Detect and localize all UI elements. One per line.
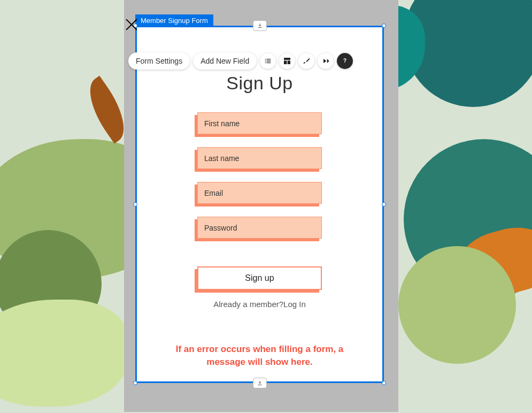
resize-handle-r[interactable]: [382, 202, 386, 206]
resize-handle-tr[interactable]: [382, 24, 386, 28]
submit-button-wrap: Sign up: [197, 266, 322, 290]
list-icon: [264, 57, 272, 65]
add-section-above-button[interactable]: [253, 20, 267, 31]
email-input[interactable]: [197, 182, 322, 204]
help-icon: ?: [341, 57, 349, 65]
manage-fields-button[interactable]: [260, 53, 276, 69]
download-icon: [257, 380, 263, 386]
last-name-input[interactable]: [197, 147, 322, 169]
already-member-row: Already a member?Log In: [213, 300, 306, 309]
selection-frame[interactable]: Member Signup Form Sign Up Sign up Alrea…: [135, 26, 384, 383]
help-button[interactable]: ?: [337, 53, 353, 69]
email-field-wrap: [197, 182, 322, 204]
already-member-text: Already a member?: [213, 300, 283, 309]
signup-form-card: Sign Up Sign up Already a member?Log In …: [137, 27, 382, 381]
close-icon[interactable]: [124, 17, 139, 32]
resize-handle-bl[interactable]: [133, 381, 137, 385]
error-message: If an error occurs when filling a form, …: [164, 343, 356, 369]
password-input[interactable]: [197, 217, 322, 239]
first-name-field-wrap: [197, 112, 322, 134]
login-link[interactable]: Log In: [283, 300, 306, 309]
resize-handle-l[interactable]: [133, 202, 137, 206]
layout-button[interactable]: [279, 53, 295, 69]
element-toolbar: Form Settings Add New Field ?: [128, 52, 353, 70]
animation-icon: [321, 57, 330, 65]
form-title: Sign Up: [226, 73, 292, 94]
brush-icon: [302, 57, 311, 65]
svg-text:?: ?: [343, 58, 346, 64]
design-button[interactable]: [298, 53, 314, 69]
signup-button[interactable]: Sign up: [197, 266, 322, 290]
last-name-field-wrap: [197, 147, 322, 169]
password-field-wrap: [197, 217, 322, 239]
resize-handle-br[interactable]: [382, 381, 386, 385]
download-icon: [257, 22, 263, 29]
selection-label: Member Signup Form: [135, 14, 213, 27]
form-settings-button[interactable]: Form Settings: [128, 52, 190, 70]
layout-icon: [283, 57, 291, 65]
first-name-input[interactable]: [197, 112, 322, 134]
animation-button[interactable]: [318, 53, 334, 69]
add-new-field-button[interactable]: Add New Field: [193, 52, 257, 70]
add-section-below-button[interactable]: [253, 378, 267, 388]
